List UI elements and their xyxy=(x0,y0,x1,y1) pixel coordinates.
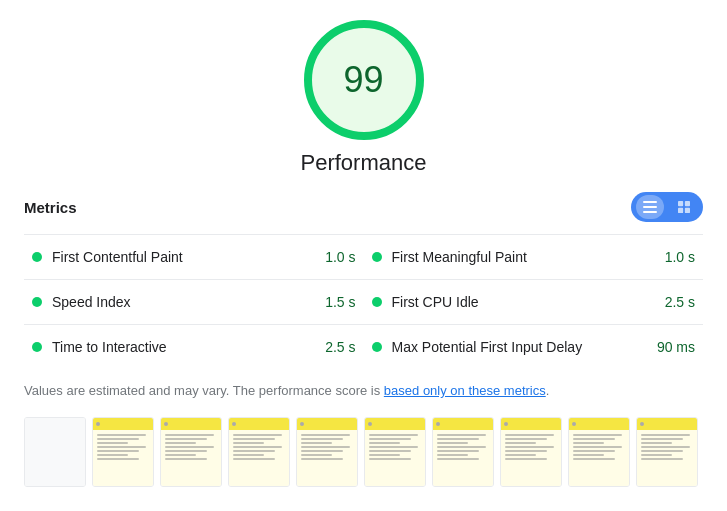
score-section: 99 Performance xyxy=(24,20,703,176)
filmstrip-frame xyxy=(92,417,154,487)
metric-row: Speed Index 1.5 s xyxy=(24,280,364,325)
metrics-note: Values are estimated and may vary. The p… xyxy=(24,381,703,401)
view-toggle[interactable] xyxy=(631,192,703,222)
metric-name: Speed Index xyxy=(52,294,317,310)
score-label: Performance xyxy=(301,150,427,176)
list-icon xyxy=(643,201,657,213)
filmstrip-frame xyxy=(228,417,290,487)
svg-rect-5 xyxy=(678,208,683,213)
metric-value: 2.5 s xyxy=(325,339,355,355)
grid-view-toggle[interactable] xyxy=(670,195,698,219)
metric-name: First Meaningful Paint xyxy=(392,249,657,265)
filmstrip-frame xyxy=(568,417,630,487)
metric-dot xyxy=(372,252,382,262)
svg-rect-0 xyxy=(643,201,657,203)
svg-rect-3 xyxy=(678,201,683,206)
metrics-title: Metrics xyxy=(24,199,77,216)
metric-name: First Contentful Paint xyxy=(52,249,317,265)
filmstrip-frame xyxy=(24,417,86,487)
grid-icon xyxy=(677,201,691,213)
score-circle: 99 xyxy=(304,20,424,140)
note-text: Values are estimated and may vary. The p… xyxy=(24,383,384,398)
filmstrip-frame xyxy=(500,417,562,487)
metric-row: First Contentful Paint 1.0 s xyxy=(24,235,364,280)
metric-dot xyxy=(32,252,42,262)
filmstrip-frame xyxy=(296,417,358,487)
metrics-header: Metrics xyxy=(24,192,703,222)
svg-rect-1 xyxy=(643,206,657,208)
metric-dot xyxy=(32,342,42,352)
filmstrip-frame xyxy=(364,417,426,487)
list-view-toggle[interactable] xyxy=(636,195,664,219)
svg-rect-2 xyxy=(643,211,657,213)
metric-name: Time to Interactive xyxy=(52,339,317,355)
filmstrip-frame xyxy=(432,417,494,487)
metric-name: First CPU Idle xyxy=(392,294,657,310)
note-end: . xyxy=(546,383,550,398)
score-value: 99 xyxy=(343,59,383,101)
metrics-grid: First Contentful Paint 1.0 s First Meani… xyxy=(24,234,703,369)
metric-row: Time to Interactive 2.5 s xyxy=(24,325,364,369)
metric-value: 1.0 s xyxy=(325,249,355,265)
metric-row: First Meaningful Paint 1.0 s xyxy=(364,235,704,280)
metric-value: 1.5 s xyxy=(325,294,355,310)
filmstrip xyxy=(24,417,703,487)
metric-name: Max Potential First Input Delay xyxy=(392,339,649,355)
svg-rect-6 xyxy=(685,208,690,213)
metric-dot xyxy=(32,297,42,307)
metric-dot xyxy=(372,342,382,352)
metric-row: Max Potential First Input Delay 90 ms xyxy=(364,325,704,369)
svg-rect-4 xyxy=(685,201,690,206)
metric-value: 90 ms xyxy=(657,339,695,355)
filmstrip-frame xyxy=(160,417,222,487)
metric-value: 1.0 s xyxy=(665,249,695,265)
metric-value: 2.5 s xyxy=(665,294,695,310)
metric-row: First CPU Idle 2.5 s xyxy=(364,280,704,325)
filmstrip-frame xyxy=(636,417,698,487)
metric-dot xyxy=(372,297,382,307)
metrics-note-link[interactable]: based only on these metrics xyxy=(384,383,546,398)
